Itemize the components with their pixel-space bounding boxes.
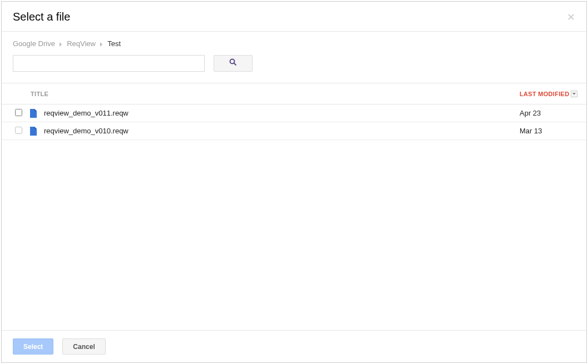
file-list: TITLE LAST MODIFIED reqview_demo_v011.re… [2, 83, 586, 330]
file-icon-cell [29, 127, 44, 136]
file-title: reqview_demo_v011.reqw [44, 109, 520, 117]
file-modified: Mar 13 [520, 127, 586, 135]
search-row [13, 55, 575, 72]
column-header-modified[interactable]: LAST MODIFIED [520, 91, 586, 97]
row-checkbox-cell [2, 127, 29, 136]
row-checkbox[interactable] [15, 127, 22, 134]
file-icon-cell [29, 109, 44, 118]
close-icon[interactable]: ✕ [567, 12, 575, 22]
table-row[interactable]: reqview_demo_v010.reqw Mar 13 [2, 122, 586, 140]
chevron-right-icon [100, 40, 103, 48]
chevron-right-icon [60, 40, 63, 48]
file-title: reqview_demo_v010.reqw [44, 127, 520, 135]
row-checkbox-cell [2, 109, 29, 118]
svg-point-0 [230, 59, 235, 64]
select-button[interactable]: Select [13, 338, 53, 355]
column-header-title[interactable]: TITLE [2, 91, 520, 97]
file-modified: Apr 23 [520, 109, 586, 117]
breadcrumb-item[interactable]: ReqView [67, 39, 96, 48]
dialog-title: Select a file [13, 11, 70, 23]
search-button[interactable] [214, 55, 253, 72]
breadcrumb-item[interactable]: Google Drive [13, 39, 55, 48]
cancel-button[interactable]: Cancel [62, 338, 105, 355]
column-header-modified-label: LAST MODIFIED [520, 91, 569, 97]
svg-line-1 [234, 63, 236, 66]
file-icon [29, 127, 44, 136]
dialog-header: Select a file ✕ [2, 2, 586, 32]
row-checkbox[interactable] [15, 109, 22, 116]
toolbar: Google Drive ReqView Test [2, 32, 586, 83]
search-input[interactable] [13, 55, 205, 72]
file-icon [29, 109, 44, 118]
dialog-footer: Select Cancel [2, 330, 586, 362]
breadcrumb: Google Drive ReqView Test [13, 39, 575, 48]
breadcrumb-item-current[interactable]: Test [107, 39, 121, 48]
table-header: TITLE LAST MODIFIED [2, 83, 586, 104]
table-row[interactable]: reqview_demo_v011.reqw Apr 23 [2, 104, 586, 122]
file-picker-dialog: Select a file ✕ Google Drive ReqView Tes… [1, 1, 587, 363]
sort-dropdown-icon[interactable] [571, 91, 577, 97]
search-icon [229, 58, 237, 68]
